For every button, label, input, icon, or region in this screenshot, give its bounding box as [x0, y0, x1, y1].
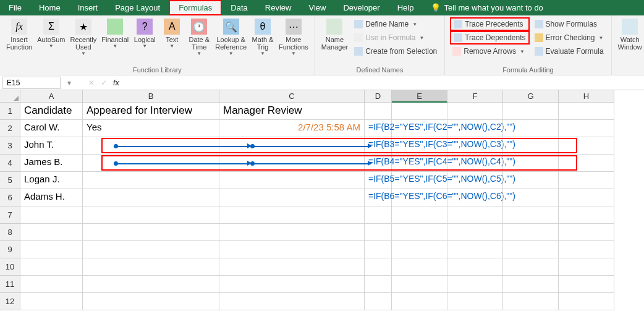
row-header[interactable]: 10	[0, 258, 20, 276]
row-header[interactable]: 6	[0, 189, 20, 206]
cell[interactable]	[392, 276, 447, 293]
more-functions-button[interactable]: ⋯ MoreFunctions▼	[276, 17, 311, 65]
cell[interactable]: Logan J.	[20, 172, 83, 189]
cell[interactable]	[503, 172, 559, 189]
cell[interactable]	[365, 224, 392, 241]
cell[interactable]	[559, 103, 614, 120]
cell[interactable]	[392, 224, 447, 241]
cell[interactable]	[392, 120, 447, 137]
logical-button[interactable]: ? Logical▼	[131, 17, 158, 65]
row-header[interactable]: 8	[0, 224, 20, 241]
formula-input[interactable]	[122, 77, 644, 88]
cancel-icon[interactable]: ✕	[85, 79, 98, 87]
cell[interactable]	[219, 155, 365, 172]
cell[interactable]	[447, 206, 503, 224]
cell[interactable]	[559, 137, 614, 155]
cell[interactable]	[447, 155, 503, 172]
cell[interactable]	[559, 172, 614, 189]
cell[interactable]	[447, 120, 503, 137]
cell[interactable]: =IF(B5="YES",IF(C5="",NOW(),C5),"")	[365, 172, 392, 189]
cell[interactable]	[503, 224, 559, 241]
cell[interactable]	[20, 241, 83, 258]
cell[interactable]	[83, 206, 219, 224]
remove-arrows-button[interactable]: Remove Arrows▼	[450, 45, 529, 58]
cell[interactable]	[219, 241, 365, 258]
column-header[interactable]: D	[365, 90, 392, 103]
show-formulas-button[interactable]: Show Formulas	[532, 17, 606, 31]
column-header[interactable]: F	[447, 90, 503, 103]
cell[interactable]	[20, 293, 83, 310]
cell[interactable]: Manager Review	[219, 103, 365, 120]
cell[interactable]	[365, 258, 392, 276]
cell[interactable]	[447, 241, 503, 258]
cell[interactable]	[20, 276, 83, 293]
cell[interactable]	[447, 172, 503, 189]
cell[interactable]	[83, 241, 219, 258]
cell[interactable]	[20, 224, 83, 241]
cell[interactable]	[83, 189, 219, 206]
row-header[interactable]: 9	[0, 241, 20, 258]
cell[interactable]: =IF(B2="YES",IF(C2="",NOW(),C2),"")	[365, 120, 392, 137]
column-header[interactable]: G	[503, 90, 559, 103]
financial-button[interactable]: Financial▼	[99, 17, 131, 65]
tab-home[interactable]: Home	[30, 0, 69, 15]
watch-window-button[interactable]: WatchWindow	[616, 17, 644, 65]
tab-page-layout[interactable]: Page Layout	[106, 0, 169, 15]
cell[interactable]: =IF(B3="YES",IF(C3="",NOW(),C3),"")	[365, 137, 392, 155]
cell[interactable]	[83, 155, 219, 172]
create-from-selection-button[interactable]: Create from Selection	[352, 45, 439, 58]
cell[interactable]	[365, 276, 392, 293]
cell[interactable]	[365, 103, 392, 120]
tab-review[interactable]: Review	[256, 0, 300, 15]
evaluate-formula-button[interactable]: Evaluate Formula	[532, 45, 606, 58]
cell[interactable]	[503, 206, 559, 224]
row-header[interactable]: 7	[0, 206, 20, 224]
cell[interactable]: 2/7/23 5:58 AM	[219, 120, 365, 137]
enter-icon[interactable]: ✓	[98, 79, 110, 87]
trace-precedents-button[interactable]: Trace Precedents	[450, 17, 529, 31]
cell[interactable]	[20, 206, 83, 224]
cell[interactable]	[503, 189, 559, 206]
cell[interactable]	[447, 276, 503, 293]
cell[interactable]: Yes	[83, 120, 219, 137]
autosum-button[interactable]: Σ AutoSum▼	[35, 17, 67, 65]
cell[interactable]	[392, 206, 447, 224]
cell[interactable]	[20, 258, 83, 276]
select-all-button[interactable]	[0, 90, 20, 103]
cell[interactable]	[503, 258, 559, 276]
cell[interactable]	[83, 293, 219, 310]
row-header[interactable]: 4	[0, 155, 20, 172]
cell[interactable]	[503, 137, 559, 155]
row-header[interactable]: 11	[0, 276, 20, 293]
cell[interactable]	[447, 293, 503, 310]
cell[interactable]	[447, 258, 503, 276]
define-name-button[interactable]: Define Name▼	[352, 17, 439, 31]
cell[interactable]	[219, 172, 365, 189]
cell[interactable]	[559, 241, 614, 258]
cell[interactable]	[219, 276, 365, 293]
column-header[interactable]: E	[392, 90, 447, 103]
cell[interactable]	[83, 276, 219, 293]
cell[interactable]	[83, 137, 219, 155]
cell[interactable]	[219, 224, 365, 241]
tab-developer[interactable]: Developer	[334, 0, 388, 15]
cell[interactable]	[83, 258, 219, 276]
name-manager-button[interactable]: NameManager	[319, 17, 350, 65]
cell[interactable]	[503, 276, 559, 293]
cell[interactable]	[559, 155, 614, 172]
cell[interactable]: Appeared for Interview	[83, 103, 219, 120]
cell[interactable]: James B.	[20, 155, 83, 172]
cell[interactable]	[219, 206, 365, 224]
cell[interactable]	[559, 224, 614, 241]
cell[interactable]	[503, 241, 559, 258]
cell[interactable]	[219, 137, 365, 155]
tab-view[interactable]: View	[300, 0, 334, 15]
cell[interactable]	[392, 172, 447, 189]
tab-tellme[interactable]: 💡Tell me what you want to do	[422, 0, 551, 15]
cell[interactable]	[83, 172, 219, 189]
row-header[interactable]: 2	[0, 120, 20, 137]
cell[interactable]	[392, 293, 447, 310]
row-header[interactable]: 12	[0, 293, 20, 310]
cell[interactable]	[559, 276, 614, 293]
cell[interactable]	[392, 155, 447, 172]
